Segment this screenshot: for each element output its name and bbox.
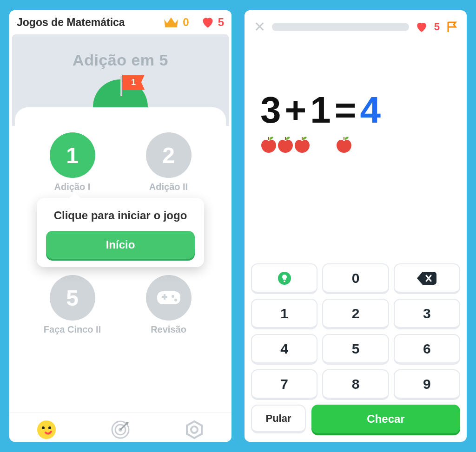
tab-home-face-icon[interactable] bbox=[36, 419, 57, 440]
heart-count: 5 bbox=[434, 21, 440, 33]
levels-row-1: 1 Adição I 2 Adição II bbox=[24, 132, 217, 192]
operand-b: 1 bbox=[310, 89, 332, 131]
level-node-2[interactable]: 2 Adição II bbox=[127, 132, 211, 192]
level-node-review[interactable]: Revisão bbox=[127, 275, 211, 335]
apple-icon bbox=[260, 136, 277, 154]
key-3[interactable]: 3 bbox=[394, 299, 460, 329]
crown-icon bbox=[163, 16, 179, 29]
equation: 3 + 1 = 4 bbox=[260, 89, 451, 131]
level-node-5[interactable]: 5 Faça Cinco II bbox=[31, 275, 114, 335]
tabbar bbox=[9, 413, 231, 442]
operand-a: 3 bbox=[260, 89, 282, 131]
key-8[interactable]: 8 bbox=[322, 369, 389, 400]
crown-count: 0 bbox=[183, 16, 189, 29]
start-button[interactable]: Início bbox=[46, 231, 195, 259]
operator: + bbox=[285, 89, 308, 131]
backspace-icon bbox=[417, 272, 436, 285]
phone-right-question: ✕ 5 3 + 1 = 4 bbox=[245, 10, 467, 442]
key-5[interactable]: 5 bbox=[322, 334, 389, 365]
popover-text: Clique para iniciar o jogo bbox=[46, 208, 195, 223]
tab-settings-icon[interactable] bbox=[184, 419, 205, 440]
backspace-button[interactable] bbox=[394, 263, 460, 294]
phone-left-levels: Jogos de Matemática 0 5 Adição em 5 1 1 … bbox=[9, 10, 231, 442]
svg-point-0 bbox=[37, 420, 56, 439]
heart-icon bbox=[201, 16, 214, 28]
flag-icon: 1 bbox=[122, 75, 145, 90]
key-1[interactable]: 1 bbox=[251, 299, 317, 329]
apple-icon bbox=[294, 136, 311, 154]
apple-row bbox=[260, 136, 451, 154]
section-title: Adição em 5 bbox=[12, 51, 229, 69]
question-topbar: ✕ 5 bbox=[245, 10, 467, 39]
key-4[interactable]: 4 bbox=[251, 334, 317, 365]
svg-point-7 bbox=[191, 426, 198, 433]
hint-button[interactable] bbox=[251, 263, 317, 294]
hint-bulb-icon bbox=[278, 272, 291, 285]
levels-row-2: 5 Faça Cinco II Revisão bbox=[24, 275, 217, 335]
app-title: Jogos de Matemática bbox=[17, 16, 159, 29]
heart-count: 5 bbox=[218, 16, 224, 29]
key-7[interactable]: 7 bbox=[251, 369, 317, 400]
answer-value: 4 bbox=[360, 89, 382, 131]
apple-icon bbox=[277, 136, 294, 154]
start-popover: Clique para iniciar o jogo Início bbox=[37, 198, 204, 267]
svg-point-2 bbox=[48, 426, 51, 429]
keypad: 0 123456789 Pular Checar bbox=[245, 258, 467, 442]
apple-icon bbox=[336, 136, 352, 154]
heart-icon bbox=[416, 21, 428, 33]
level-node-1[interactable]: 1 Adição I bbox=[31, 132, 114, 192]
key-0[interactable]: 0 bbox=[322, 263, 389, 294]
close-icon[interactable]: ✕ bbox=[254, 19, 265, 35]
key-9[interactable]: 9 bbox=[394, 369, 460, 400]
progress-bar bbox=[272, 23, 409, 31]
equals-sign: = bbox=[335, 89, 357, 131]
question-area: 3 + 1 = 4 bbox=[245, 39, 467, 154]
svg-point-1 bbox=[42, 426, 45, 429]
check-button[interactable]: Checar bbox=[311, 405, 460, 433]
key-2[interactable]: 2 bbox=[322, 299, 389, 329]
svg-marker-6 bbox=[187, 421, 202, 438]
report-flag-icon[interactable] bbox=[446, 21, 457, 33]
topbar: Jogos de Matemática 0 5 bbox=[9, 10, 231, 34]
key-6[interactable]: 6 bbox=[394, 334, 460, 365]
tab-target-icon[interactable] bbox=[110, 419, 131, 440]
skip-button[interactable]: Pular bbox=[251, 405, 306, 433]
gamepad-icon bbox=[146, 275, 192, 321]
